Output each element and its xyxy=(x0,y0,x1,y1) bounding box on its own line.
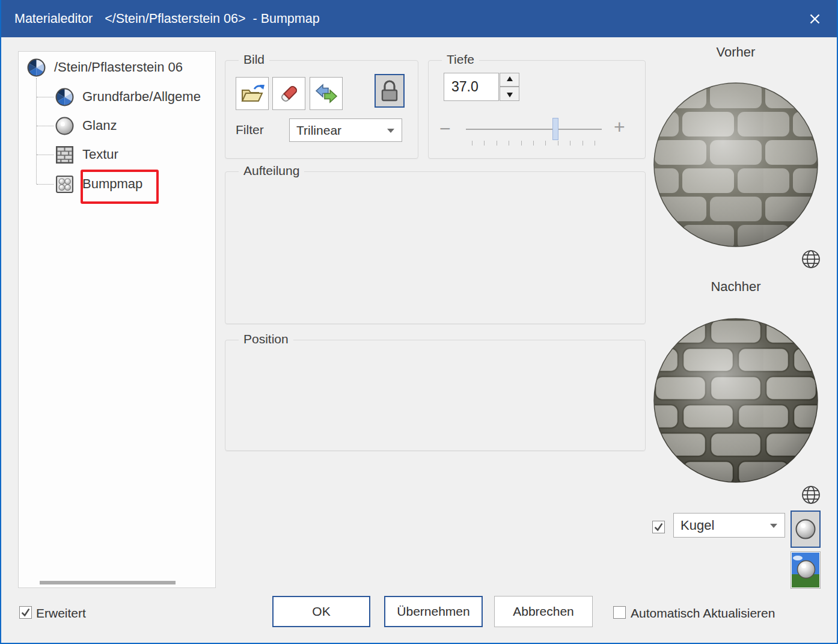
bumps-icon xyxy=(55,175,74,194)
open-folder-icon xyxy=(240,82,265,105)
erweitert-label: Erweitert xyxy=(36,606,86,621)
tree-item-label: Glanz xyxy=(82,118,117,133)
checkmark-icon xyxy=(653,521,664,533)
chevron-down-icon xyxy=(387,129,394,136)
tiefe-slider[interactable] xyxy=(466,118,602,143)
shape-checkbox[interactable] xyxy=(652,521,665,533)
slider-minus-label[interactable]: − xyxy=(439,119,451,138)
tiefe-group: Tiefe − + xyxy=(428,60,646,159)
titlebar: Materialeditor </Stein/Pflasterstein 06>… xyxy=(1,0,837,37)
tiefe-group-label: Tiefe xyxy=(442,52,479,67)
nachher-globe-button[interactable] xyxy=(801,485,821,505)
spin-up-button[interactable] xyxy=(500,73,519,87)
close-button[interactable] xyxy=(803,7,826,30)
title-suffix: - Bumpmap xyxy=(253,11,320,26)
filter-dropdown[interactable]: Trilinear xyxy=(289,118,402,142)
shape-dropdown-value: Kugel xyxy=(680,518,770,533)
chevron-down-icon xyxy=(770,524,777,532)
tree-item-label: Textur xyxy=(82,147,118,162)
apply-button[interactable]: Übernehmen xyxy=(384,596,483,627)
tiefe-value-input[interactable] xyxy=(444,73,499,101)
tree-item-bumpmap[interactable]: Bumpmap xyxy=(55,174,142,194)
material-pie-icon xyxy=(27,58,46,77)
tree-branch-stub xyxy=(37,155,54,155)
tiefe-spinner xyxy=(500,73,519,101)
aufteilung-group: Aufteilung xyxy=(225,171,646,324)
preview-style-scene-button[interactable] xyxy=(791,551,821,589)
nachher-preview-sphere xyxy=(653,317,819,483)
slider-plus-label[interactable]: + xyxy=(614,117,625,136)
lock-toggle-button[interactable] xyxy=(375,74,405,108)
triangle-up-icon xyxy=(507,73,513,81)
sphere-scene-icon xyxy=(792,553,819,587)
checkmark-icon xyxy=(20,607,31,618)
preview-style-plain-button[interactable] xyxy=(791,511,821,548)
tree-item-glanz[interactable]: Glanz xyxy=(55,115,117,136)
basecolor-pie-icon xyxy=(55,88,74,106)
tree-item-label: Bumpmap xyxy=(82,176,142,192)
sphere-plain-icon xyxy=(795,518,816,540)
tree-branch-stub xyxy=(37,184,54,185)
cancel-button-label: Abbrechen xyxy=(513,604,574,619)
filter-dropdown-value: Trilinear xyxy=(296,123,387,138)
bild-group: Bild xyxy=(225,60,418,159)
tiefe-slider-thumb[interactable] xyxy=(552,118,558,140)
tree-branch-stub xyxy=(37,97,54,97)
auto-update-checkbox[interactable] xyxy=(613,606,626,619)
tree-item-label: Grundfarbe/Allgeme xyxy=(82,89,201,105)
auto-update-label: Automatisch Aktualisieren xyxy=(631,606,775,621)
position-group-label: Position xyxy=(239,332,293,346)
triangle-down-icon xyxy=(507,93,513,100)
clear-image-button[interactable] xyxy=(272,77,305,110)
vorher-label: Vorher xyxy=(650,44,821,60)
vorher-globe-button[interactable] xyxy=(801,249,821,269)
materialeditor-dialog: Materialeditor </Stein/Pflasterstein 06>… xyxy=(0,0,838,644)
material-path: </Stein/Pflasterstein 06> xyxy=(105,11,245,26)
swap-arrows-icon xyxy=(314,83,338,105)
swap-image-button[interactable] xyxy=(310,77,343,110)
tree-branch-line xyxy=(36,78,37,184)
bild-group-label: Bild xyxy=(239,52,269,67)
ok-button-label: OK xyxy=(312,604,330,619)
nachher-label: Nachher xyxy=(650,279,821,295)
lock-icon xyxy=(379,79,400,103)
erweitert-checkbox[interactable] xyxy=(19,606,32,619)
tree-item-grundfarbe[interactable]: Grundfarbe/Allgeme xyxy=(55,87,201,107)
ok-button[interactable]: OK xyxy=(272,596,370,627)
spin-down-button[interactable] xyxy=(500,87,519,101)
bricks-icon xyxy=(55,146,74,164)
apply-button-label: Übernehmen xyxy=(397,604,469,619)
position-group: Position xyxy=(225,340,646,451)
tree-item-root[interactable]: /Stein/Pflasterstein 06 xyxy=(27,57,183,78)
eraser-icon xyxy=(277,82,301,106)
slider-ticks xyxy=(472,141,595,146)
app-title: Materialeditor xyxy=(14,11,93,26)
tree-branch-stub xyxy=(37,126,54,126)
shape-dropdown[interactable]: Kugel xyxy=(673,513,785,538)
vorher-preview-sphere xyxy=(653,82,819,248)
tree-hscrollbar-thumb[interactable] xyxy=(40,581,176,584)
material-tree-panel: /Stein/Pflasterstein 06 Grundfarbe/Allge… xyxy=(18,51,216,588)
open-image-button[interactable] xyxy=(236,77,269,110)
cancel-button[interactable]: Abbrechen xyxy=(494,596,593,627)
close-icon xyxy=(809,13,821,25)
tree-item-textur[interactable]: Textur xyxy=(55,144,118,165)
filter-label: Filter xyxy=(236,123,264,137)
aufteilung-group-label: Aufteilung xyxy=(239,164,304,178)
tree-item-label: /Stein/Pflasterstein 06 xyxy=(54,60,183,75)
slider-track[interactable] xyxy=(466,129,602,130)
gloss-sphere-icon xyxy=(55,117,74,135)
